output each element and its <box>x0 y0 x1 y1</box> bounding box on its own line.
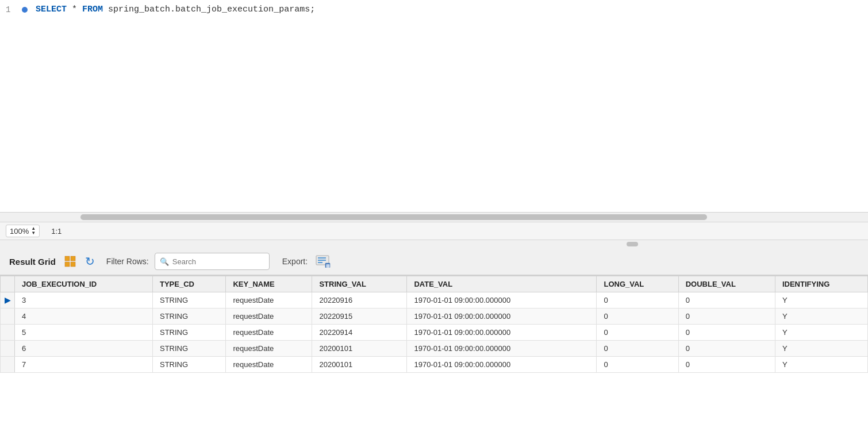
cell-type-cd: STRING <box>153 357 226 373</box>
cell-date-val: 1970-01-01 09:00:00.000000 <box>407 357 597 373</box>
cell-job-execution-id: 5 <box>15 325 153 341</box>
cell-key-name: requestDate <box>226 357 312 373</box>
data-table-container: JOB_EXECUTION_ID TYPE_CD KEY_NAME STRING… <box>0 276 868 373</box>
cell-string-val: 20220916 <box>312 292 407 308</box>
col-header-key-name[interactable]: KEY_NAME <box>226 276 312 292</box>
result-table: JOB_EXECUTION_ID TYPE_CD KEY_NAME STRING… <box>0 276 868 373</box>
sql-editor[interactable]: 1 SELECT * FROM spring_batch.batch_job_e… <box>0 0 868 213</box>
cell-double-val: 0 <box>678 325 775 341</box>
table-row[interactable]: 5STRINGrequestDate202209141970-01-01 09:… <box>1 325 868 341</box>
row-arrow <box>1 325 15 341</box>
cell-type-cd: STRING <box>153 325 226 341</box>
keyword-from: FROM <box>82 5 103 14</box>
cell-double-val: 0 <box>678 357 775 373</box>
cell-date-val: 1970-01-01 09:00:00.000000 <box>407 292 597 308</box>
cell-string-val: 20220915 <box>312 308 407 325</box>
export-label: Export: <box>282 257 308 266</box>
cell-key-name: requestDate <box>226 308 312 325</box>
svg-rect-7 <box>318 262 322 263</box>
table-row[interactable]: 6STRINGrequestDate202001011970-01-01 09:… <box>1 341 868 357</box>
col-header-long-val[interactable]: LONG_VAL <box>597 276 678 292</box>
filter-rows-label: Filter Rows: <box>106 257 149 266</box>
secondary-scrollbar[interactable] <box>0 240 868 248</box>
cell-long-val: 0 <box>597 308 678 325</box>
export-icon[interactable]: ▤ <box>316 255 331 268</box>
cell-job-execution-id: 7 <box>15 357 153 373</box>
zoom-arrows[interactable]: ▲ ▼ <box>31 226 36 236</box>
cell-type-cd: STRING <box>153 292 226 308</box>
cell-long-val: 0 <box>597 341 678 357</box>
cell-string-val: 20220914 <box>312 325 407 341</box>
cell-date-val: 1970-01-01 09:00:00.000000 <box>407 341 597 357</box>
cell-type-cd: STRING <box>153 308 226 325</box>
svg-rect-6 <box>318 260 326 261</box>
cell-identifying: Y <box>775 357 867 373</box>
row-arrow: ▶ <box>1 292 15 308</box>
cell-double-val: 0 <box>678 341 775 357</box>
col-header-double-val[interactable]: DOUBLE_VAL <box>678 276 775 292</box>
cell-identifying: Y <box>775 308 867 325</box>
cell-job-execution-id: 3 <box>15 292 153 308</box>
result-grid-title: Result Grid <box>9 257 56 267</box>
sql-code: SELECT * FROM spring_batch.batch_job_exe… <box>36 5 315 14</box>
search-box[interactable]: 🔍 <box>155 253 270 270</box>
secondary-thumb[interactable] <box>627 242 638 246</box>
cell-date-val: 1970-01-01 09:00:00.000000 <box>407 308 597 325</box>
search-icon: 🔍 <box>160 257 169 266</box>
col-header-date-val[interactable]: DATE_VAL <box>407 276 597 292</box>
cell-long-val: 0 <box>597 357 678 373</box>
cell-string-val: 20200101 <box>312 357 407 373</box>
col-header-identifying[interactable]: IDENTIFYING <box>775 276 867 292</box>
cell-date-val: 1970-01-01 09:00:00.000000 <box>407 325 597 341</box>
cell-long-val: 0 <box>597 325 678 341</box>
scrollbar-thumb[interactable] <box>80 214 707 220</box>
row-arrow <box>1 341 15 357</box>
cell-double-val: 0 <box>678 308 775 325</box>
cell-identifying: Y <box>775 325 867 341</box>
cell-key-name: requestDate <box>226 292 312 308</box>
cell-job-execution-id: 6 <box>15 341 153 357</box>
svg-rect-3 <box>71 262 75 267</box>
cell-long-val: 0 <box>597 292 678 308</box>
zoom-value: 100% <box>10 227 29 236</box>
keyword-select: SELECT <box>36 5 67 14</box>
table-row[interactable]: 7STRINGrequestDate202001011970-01-01 09:… <box>1 357 868 373</box>
sql-asterisk: * <box>72 5 82 14</box>
sql-table-name: spring_batch.batch_job_execution_params; <box>108 5 315 14</box>
grid-format-icon[interactable] <box>64 255 76 268</box>
col-header-type-cd[interactable]: TYPE_CD <box>153 276 226 292</box>
line-number: 1 <box>6 5 17 14</box>
result-toolbar: Result Grid ↻ Filter Rows: 🔍 Export: ▤ <box>0 248 868 276</box>
col-header-job-execution-id[interactable]: JOB_EXECUTION_ID <box>15 276 153 292</box>
table-row[interactable]: ▶3STRINGrequestDate202209161970-01-01 09… <box>1 292 868 308</box>
cell-string-val: 20200101 <box>312 341 407 357</box>
editor-scrollbar[interactable] <box>0 213 868 222</box>
svg-text:▤: ▤ <box>326 264 330 268</box>
ratio-display: 1:1 <box>47 226 66 237</box>
table-row[interactable]: 4STRINGrequestDate202209151970-01-01 09:… <box>1 308 868 325</box>
table-header-row: JOB_EXECUTION_ID TYPE_CD KEY_NAME STRING… <box>1 276 868 292</box>
refresh-icon[interactable]: ↻ <box>82 253 98 269</box>
cell-identifying: Y <box>775 341 867 357</box>
svg-rect-1 <box>71 256 75 261</box>
status-bar: 100% ▲ ▼ 1:1 <box>0 222 868 240</box>
row-indicator-header <box>1 276 15 292</box>
cell-key-name: requestDate <box>226 341 312 357</box>
search-input[interactable] <box>172 257 253 266</box>
zoom-control[interactable]: 100% ▲ ▼ <box>6 225 40 237</box>
cell-key-name: requestDate <box>226 325 312 341</box>
svg-rect-0 <box>65 256 70 261</box>
cell-double-val: 0 <box>678 292 775 308</box>
row-arrow <box>1 357 15 373</box>
col-header-string-val[interactable]: STRING_VAL <box>312 276 407 292</box>
cell-type-cd: STRING <box>153 341 226 357</box>
svg-rect-5 <box>318 257 326 259</box>
cell-job-execution-id: 4 <box>15 308 153 325</box>
svg-rect-2 <box>65 262 70 267</box>
cell-identifying: Y <box>775 292 867 308</box>
execution-indicator <box>22 7 28 13</box>
row-arrow <box>1 308 15 325</box>
